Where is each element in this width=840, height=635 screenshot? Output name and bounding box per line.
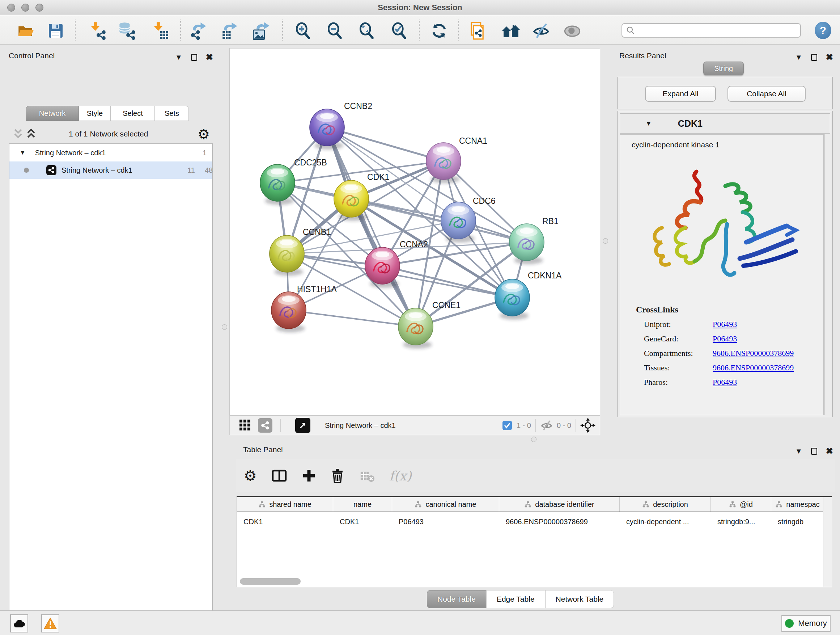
crosslink-link[interactable]: P06493 xyxy=(713,378,737,387)
memory-indicator xyxy=(785,619,794,628)
columns-icon[interactable] xyxy=(271,469,287,483)
tab-string[interactable]: String xyxy=(703,62,744,75)
refresh-icon xyxy=(430,22,448,40)
network-edge[interactable] xyxy=(289,310,416,326)
column-type-icon xyxy=(524,501,531,508)
show-all-button[interactable] xyxy=(563,21,582,40)
help-button[interactable]: ? xyxy=(815,22,831,39)
network-share-icon[interactable] xyxy=(258,418,272,432)
table-options-gear-icon[interactable]: ⚙ xyxy=(244,469,257,483)
expand-all-button[interactable]: Expand All xyxy=(645,86,716,102)
collection-disclosure-icon[interactable]: ▼ xyxy=(19,149,26,157)
open-session-button[interactable] xyxy=(16,21,35,40)
column-header[interactable]: namespac xyxy=(771,497,824,511)
import-network-file-button[interactable] xyxy=(88,21,107,40)
network-node[interactable]: CDK1 xyxy=(334,172,389,221)
add-column-icon[interactable] xyxy=(302,469,316,483)
memory-button[interactable]: Memory xyxy=(782,615,831,632)
crosslink-link[interactable]: 9606.ENSP00000378699 xyxy=(713,348,794,358)
network-node[interactable]: HIST1H1A xyxy=(271,285,337,333)
table-close-icon[interactable]: ✖ xyxy=(826,446,833,456)
right-splitter-handle[interactable] xyxy=(603,238,608,244)
table-maximize-icon[interactable] xyxy=(811,448,817,455)
table-tabs: Node Table Edge Table Network Table xyxy=(427,590,614,608)
delete-column-icon[interactable] xyxy=(331,468,344,483)
crosslink-row: Compartments: 9606.ENSP00000378699 xyxy=(644,348,823,358)
network-edge[interactable] xyxy=(327,127,416,326)
network-canvas[interactable]: CCNB2CCNA1CDC25BCDK1CDC6RB1CCNB1CCNA2CDK… xyxy=(229,48,600,416)
left-splitter-handle[interactable] xyxy=(222,325,227,330)
expand-all-icon[interactable] xyxy=(26,127,37,142)
network-node[interactable]: CCNB2 xyxy=(309,101,372,149)
search-icon xyxy=(626,26,635,35)
results-maximize-icon[interactable] xyxy=(811,54,817,61)
collapse-all-icon[interactable] xyxy=(13,127,24,142)
panel-close-icon[interactable]: ✖ xyxy=(206,52,213,62)
scrollbar-thumb[interactable] xyxy=(240,578,301,585)
column-header[interactable]: @id xyxy=(711,497,771,511)
table-float-icon[interactable]: ▼ xyxy=(795,447,802,455)
network-options-gear-icon[interactable]: ⚙ xyxy=(197,127,210,141)
collapse-all-button[interactable]: Collapse All xyxy=(728,86,806,102)
column-header[interactable]: name xyxy=(333,497,392,511)
network-node[interactable]: RB1 xyxy=(509,217,559,264)
zoom-out-button[interactable] xyxy=(325,21,344,40)
tab-edge-table[interactable]: Edge Table xyxy=(486,590,545,608)
results-scrollbar[interactable] xyxy=(824,134,831,415)
zoom-selected-button[interactable] xyxy=(390,21,409,40)
network-node[interactable]: CCNA1 xyxy=(426,136,487,183)
search-input[interactable] xyxy=(622,23,801,38)
tab-style[interactable]: Style xyxy=(79,106,111,121)
network-node[interactable]: CDKN1A xyxy=(495,271,562,320)
import-network-database-button[interactable] xyxy=(118,21,137,40)
network-collection-row[interactable]: ▼ String Network – cdk1 1 xyxy=(9,144,212,162)
export-network-button[interactable] xyxy=(189,21,208,40)
import-table-button[interactable] xyxy=(151,21,170,40)
function-builder-icon: f(x) xyxy=(389,469,412,483)
birdseye-grid-icon[interactable] xyxy=(238,418,252,432)
crosslink-link[interactable]: P06493 xyxy=(713,320,737,329)
export-table-button[interactable] xyxy=(220,21,239,40)
open-view-icon[interactable] xyxy=(295,418,310,433)
column-header[interactable]: database identifier xyxy=(499,497,620,511)
network-row[interactable]: String Network – cdk1 11 48 xyxy=(9,162,212,179)
hide-selection-button[interactable] xyxy=(532,21,551,40)
entry-disclosure-icon[interactable]: ▼ xyxy=(645,120,652,127)
tab-select[interactable]: Select xyxy=(111,106,155,121)
network-status-dot-icon xyxy=(24,168,29,173)
save-session-button[interactable] xyxy=(46,21,65,40)
zoom-fit-button[interactable] xyxy=(357,21,376,40)
table-row[interactable]: CDK1 CDK1 P06493 9606.ENSP00000378699 cy… xyxy=(237,512,832,531)
node-label: CDC25B xyxy=(294,158,327,167)
string-import-button[interactable] xyxy=(468,21,487,40)
cell-description: cyclin-dependent ... xyxy=(620,512,711,531)
fit-crosshair-icon[interactable] xyxy=(580,418,595,433)
string-home-button[interactable] xyxy=(501,21,520,40)
tab-node-table[interactable]: Node Table xyxy=(427,590,486,608)
apply-layout-button[interactable] xyxy=(430,21,448,40)
column-header[interactable]: description xyxy=(620,497,711,511)
cell-id: stringdb:9... xyxy=(711,512,771,531)
zoom-in-button[interactable] xyxy=(294,21,313,40)
column-header[interactable]: canonical name xyxy=(392,497,499,511)
cloud-status-button[interactable] xyxy=(10,614,28,632)
table-vertical-scrollbar[interactable] xyxy=(823,497,832,587)
cell-shared-name: CDK1 xyxy=(237,512,333,531)
zoom-selected-icon xyxy=(390,22,409,40)
panel-maximize-icon[interactable] xyxy=(191,54,197,61)
tab-network-table[interactable]: Network Table xyxy=(545,590,614,608)
table-horizontal-scrollbar[interactable] xyxy=(237,578,819,585)
warning-status-button[interactable] xyxy=(41,614,59,632)
tab-network[interactable]: Network xyxy=(26,106,79,121)
crosslink-link[interactable]: 9606.ENSP00000378699 xyxy=(713,363,794,372)
column-header[interactable]: shared name xyxy=(237,497,333,511)
string-entry-header[interactable]: ▼ CDK1 xyxy=(620,113,830,134)
tab-sets[interactable]: Sets xyxy=(155,106,189,121)
results-float-icon[interactable]: ▼ xyxy=(795,53,802,62)
results-close-icon[interactable]: ✖ xyxy=(826,52,833,62)
crosslink-link[interactable]: P06493 xyxy=(713,334,737,344)
panel-float-icon[interactable]: ▼ xyxy=(175,53,182,62)
export-image-button[interactable] xyxy=(252,21,271,40)
selected-checkbox-icon[interactable] xyxy=(502,420,512,431)
network-type-icon xyxy=(46,165,57,175)
